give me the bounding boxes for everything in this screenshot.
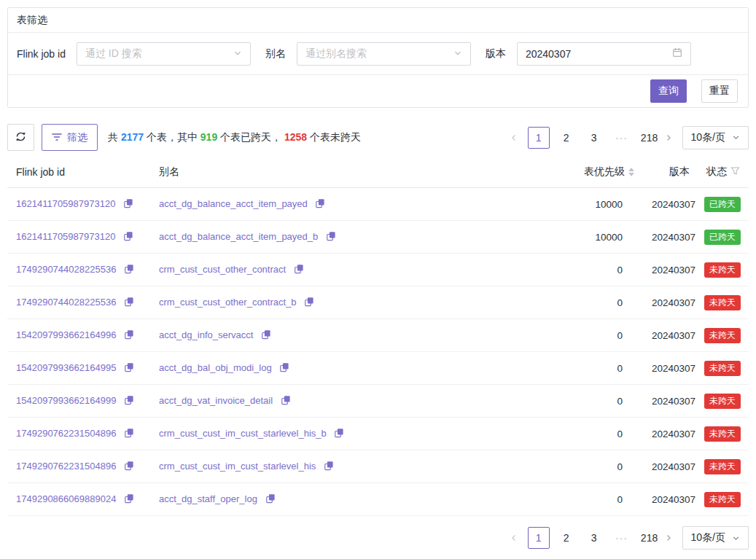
cell-flink-job-id: 1542097993662164995 (7, 352, 150, 385)
query-button[interactable]: 查询 (650, 79, 687, 103)
column-filter-icon[interactable] (730, 166, 740, 178)
cell-version: 20240307 (643, 385, 695, 418)
copy-icon[interactable] (124, 264, 134, 276)
refresh-button[interactable] (7, 124, 34, 151)
cell-version: 20240307 (643, 418, 695, 450)
next-page-button[interactable] (660, 127, 677, 149)
copy-icon[interactable] (265, 493, 276, 506)
status-badge: 未跨天 (704, 492, 741, 507)
table-row: 1749290762231504896 crm_cust_cust_im_cus… (7, 450, 749, 483)
flink-job-id-select[interactable]: 通过 ID 搜索 (77, 42, 251, 66)
cell-priority: 0 (560, 418, 643, 450)
cell-alias: acct_dg_staff_oper_log (150, 483, 560, 516)
stats-text: 个表，其中 (144, 131, 200, 143)
cell-status: 已跨天 (695, 188, 749, 221)
calendar-icon (672, 47, 682, 60)
flink-job-id-link[interactable]: 1621411705987973120 (16, 231, 115, 242)
flink-job-id-link[interactable]: 1749290744028225536 (16, 264, 116, 275)
page-size-select[interactable]: 10条/页 (682, 126, 749, 149)
alias-placeholder: 通过别名搜索 (305, 47, 367, 60)
page-button-3[interactable]: 3 (583, 127, 605, 149)
status-badge: 已跨天 (704, 230, 741, 245)
cell-priority: 0 (560, 483, 643, 516)
prev-page-button[interactable] (506, 527, 522, 549)
page-button-2[interactable]: 2 (556, 127, 577, 149)
version-value: 20240307 (526, 48, 571, 60)
page-button-1[interactable]: 1 (528, 127, 550, 149)
status-badge: 未跨天 (704, 459, 741, 474)
copy-icon[interactable] (124, 493, 134, 506)
cell-priority: 0 (560, 286, 643, 319)
cell-version: 20240307 (643, 483, 695, 516)
prev-page-button[interactable] (506, 127, 522, 149)
copy-icon[interactable] (326, 231, 336, 243)
column-header-priority: 表优先级 (560, 157, 643, 188)
alias-link[interactable]: acct_dg_vat_invoice_detail (159, 395, 273, 406)
alias-link[interactable]: crm_cust_cust_im_cust_starlevel_his_b (159, 428, 327, 439)
alias-link[interactable]: acct_dg_balance_acct_item_payed (159, 198, 308, 209)
cell-alias: acct_dg_balance_acct_item_payed (150, 188, 560, 221)
copy-icon[interactable] (261, 329, 271, 342)
page-button-218[interactable]: 218 (639, 127, 660, 149)
page-button-218[interactable]: 218 (639, 527, 660, 549)
alias-link[interactable]: crm_cust_cust_other_contract (159, 264, 286, 275)
flink-job-id-link[interactable]: 1749290866069889024 (16, 493, 116, 504)
next-page-button[interactable] (660, 527, 677, 549)
copy-icon[interactable] (334, 428, 344, 440)
cell-priority: 10000 (560, 221, 643, 254)
flink-job-id-link[interactable]: 1621411705987973120 (16, 198, 115, 209)
filter-lines-icon (52, 132, 62, 144)
alias-link[interactable]: acct_dg_staff_oper_log (159, 493, 257, 504)
page-button-3[interactable]: 3 (583, 527, 605, 549)
filter-button[interactable]: 筛选 (42, 124, 98, 151)
alias-link[interactable]: crm_cust_cust_other_contract_b (159, 297, 297, 308)
cell-flink-job-id: 1542097993662164996 (7, 319, 150, 352)
alias-select[interactable]: 通过别名搜索 (297, 42, 471, 66)
copy-icon[interactable] (124, 297, 134, 309)
flink-job-id-link[interactable]: 1542097993662164999 (16, 395, 116, 406)
stats-text: 共 (108, 131, 121, 143)
cell-flink-job-id: 1621411705987973120 (7, 221, 150, 254)
copy-icon[interactable] (124, 428, 134, 440)
reset-button[interactable]: 重置 (701, 79, 738, 103)
flink-job-id-link[interactable]: 1749290744028225536 (16, 297, 116, 308)
alias-link[interactable]: crm_cust_cust_im_cust_starlevel_his (159, 461, 316, 472)
alias-link[interactable]: acct_dg_info_servacct (159, 329, 253, 340)
sort-icon[interactable] (628, 168, 634, 176)
copy-icon[interactable] (281, 395, 291, 407)
alias-link[interactable]: acct_dg_bal_obj_modi_log (159, 362, 272, 373)
page-button-2[interactable]: 2 (556, 527, 577, 549)
copy-icon[interactable] (124, 362, 134, 375)
copy-icon[interactable] (123, 231, 133, 243)
copy-icon[interactable] (304, 297, 314, 309)
column-header-version: 版本 (643, 157, 695, 188)
alias-link[interactable]: acct_dg_balance_acct_item_payed_b (159, 231, 318, 242)
cell-version: 20240307 (643, 450, 695, 483)
refresh-icon (15, 131, 26, 144)
copy-icon[interactable] (123, 198, 133, 211)
copy-icon[interactable] (279, 362, 289, 375)
cell-status: 未跨天 (695, 254, 749, 286)
filter-actions-row: 查询 重置 (8, 75, 748, 107)
copy-icon[interactable] (124, 329, 134, 342)
copy-icon[interactable] (124, 395, 134, 407)
flink-job-id-link[interactable]: 1749290762231504896 (16, 461, 116, 472)
flink-job-id-link[interactable]: 1542097993662164996 (16, 329, 116, 340)
page-size-select[interactable]: 10条/页 (682, 526, 749, 550)
copy-icon[interactable] (324, 461, 334, 473)
flink-job-id-link[interactable]: 1749290762231504896 (16, 428, 116, 439)
stats-text: 个表已跨天， (217, 131, 284, 143)
cell-version: 20240307 (643, 221, 695, 254)
page-ellipsis: ··· (611, 127, 633, 149)
cell-version: 20240307 (643, 254, 695, 286)
page-button-1[interactable]: 1 (528, 527, 550, 549)
copy-icon[interactable] (315, 198, 325, 211)
flink-job-id-link[interactable]: 1542097993662164995 (16, 362, 116, 373)
copy-icon[interactable] (124, 461, 134, 473)
cell-status: 未跨天 (695, 385, 749, 418)
cell-priority: 0 (560, 450, 643, 483)
copy-icon[interactable] (294, 264, 304, 276)
version-date-input[interactable]: 20240307 (517, 42, 691, 66)
table-row: 1749290762231504896 crm_cust_cust_im_cus… (7, 418, 749, 450)
filter-card: 表筛选 Flink job id 通过 ID 搜索 别名 通过别名搜索 版本 2… (7, 7, 749, 108)
